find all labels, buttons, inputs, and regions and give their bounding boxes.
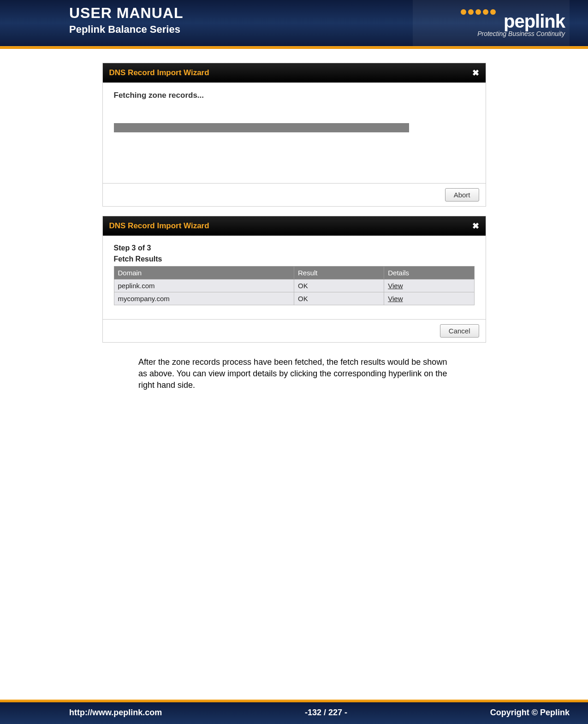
table-row: mycompany.com OK View xyxy=(114,292,474,305)
wizard-screenshot-fetching: DNS Record Import Wizard ✖ Fetching zone… xyxy=(102,63,486,207)
cell-domain: peplink.com xyxy=(114,279,294,292)
view-link[interactable]: View xyxy=(384,292,474,305)
brand-logo: peplink Protecting Business Continuity xyxy=(413,0,570,46)
footer-page: -132 / 227 - xyxy=(162,708,490,718)
close-icon[interactable]: ✖ xyxy=(472,68,479,78)
footer-url: http://www.peplink.com xyxy=(69,708,162,718)
wizard-title: DNS Record Import Wizard xyxy=(109,221,209,231)
col-details: Details xyxy=(384,267,474,279)
step-label: Step 3 of 3 xyxy=(114,244,475,252)
results-table: Domain Result Details peplink.com OK Vie… xyxy=(114,266,475,305)
description-text: After the zone records process have been… xyxy=(138,356,450,392)
document-footer: http://www.peplink.com -132 / 227 - Copy… xyxy=(0,702,588,724)
logo-tagline: Protecting Business Continuity xyxy=(477,30,565,37)
document-header: USER MANUAL Peplink Balance Series pepli… xyxy=(0,0,588,46)
view-link[interactable]: View xyxy=(384,279,474,292)
cell-result: OK xyxy=(294,279,384,292)
fetching-status: Fetching zone records... xyxy=(114,91,475,100)
col-result: Result xyxy=(294,267,384,279)
progress-bar xyxy=(114,123,409,132)
cancel-button[interactable]: Cancel xyxy=(440,324,479,338)
abort-button[interactable]: Abort xyxy=(445,188,479,202)
cell-result: OK xyxy=(294,292,384,305)
wizard-titlebar: DNS Record Import Wizard ✖ xyxy=(103,63,486,83)
close-icon[interactable]: ✖ xyxy=(472,221,479,231)
fetch-results-heading: Fetch Results xyxy=(114,255,475,263)
wizard-title: DNS Record Import Wizard xyxy=(109,68,209,77)
table-row: peplink.com OK View xyxy=(114,279,474,292)
wizard-titlebar: DNS Record Import Wizard ✖ xyxy=(103,216,486,236)
col-domain: Domain xyxy=(114,267,294,279)
wizard-screenshot-results: DNS Record Import Wizard ✖ Step 3 of 3 F… xyxy=(102,216,486,343)
logo-text: peplink xyxy=(504,11,565,32)
footer-copyright: Copyright © Peplink xyxy=(490,708,570,718)
logo-dots-icon xyxy=(461,9,496,15)
cell-domain: mycompany.com xyxy=(114,292,294,305)
